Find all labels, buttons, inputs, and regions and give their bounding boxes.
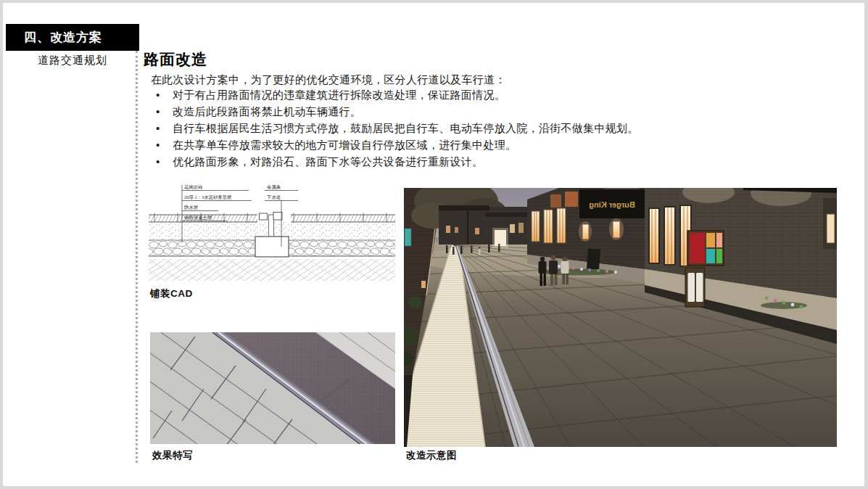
mid-left-storefronts <box>439 205 529 248</box>
sandwich-board <box>587 248 600 269</box>
pavement-closeup-photo <box>150 332 395 444</box>
bullet-item: 优化路面形象，对路沿石、路面下水等公共设备进行重新设计。 <box>154 156 851 167</box>
cad-label-sewer: 下水道 <box>266 194 281 200</box>
lit-windows-tall <box>649 205 691 266</box>
burger-king-sign: Burger King <box>579 189 645 218</box>
render-caption: 改造示意图 <box>406 449 457 462</box>
section-title: 四、改造方案 <box>24 29 102 46</box>
cad-subgrade-layer <box>149 259 395 281</box>
bullet-item: 改造后此段路面将禁止机动车辆通行。 <box>154 106 851 117</box>
cad-label-granite: 花岗岩砖 <box>183 184 203 190</box>
vertical-dotted-divider <box>136 51 138 463</box>
cad-label-mortar: 20厚 1：3水泥砂浆垫层 <box>184 194 232 200</box>
intro-text: 在此次设计方案中，为了更好的优化交通环境，区分人行道以及车行道： <box>151 73 774 87</box>
slide-page: 四、改造方案 道路交通规划 路面改造 在此次设计方案中，为了更好的优化交通环境，… <box>3 3 864 486</box>
color-sign-board <box>687 231 724 266</box>
content-heading: 路面改造 <box>144 49 207 70</box>
street-render-photo: Burger King <box>404 188 837 447</box>
burger-king-sign-text: Burger King <box>589 200 635 209</box>
cad-pavement-section-drawing: 花岗岩砖 20厚 1：3水泥砂浆垫层 防水层 钢筋混凝土层 金属条 下水道 <box>149 183 395 284</box>
closeup-caption: 效果特写 <box>152 449 193 462</box>
cad-label-metal-strip: 金属条 <box>267 184 281 189</box>
bullet-item: 自行车根据居民生活习惯方式停放，鼓励居民把自行车、电动车停放入院，沿街不做集中规… <box>154 123 851 133</box>
cad-label-concrete: 钢筋混凝土层 <box>183 215 212 221</box>
sidebar-subtitle: 道路交通规划 <box>38 54 107 67</box>
bullet-item: 在共享单车停放需求较大的地方可增设自行停放区域，进行集中处理。 <box>154 139 851 150</box>
cad-label-waterproof: 防水层 <box>184 205 199 210</box>
teal-shop-sign <box>405 229 411 246</box>
lit-storefront <box>495 230 506 246</box>
trash-bin <box>684 266 706 307</box>
bullet-list: 对于有占用路面情况的违章建筑进行拆除改造处理，保证路面情况。 改造后此段路面将禁… <box>154 89 851 173</box>
bullet-item: 对于有占用路面情况的违章建筑进行拆除改造处理，保证路面情况。 <box>154 89 851 100</box>
cad-caption: 铺装CAD <box>150 287 193 300</box>
section-title-box: 四、改造方案 <box>6 24 139 51</box>
lit-windows-left <box>532 208 566 243</box>
